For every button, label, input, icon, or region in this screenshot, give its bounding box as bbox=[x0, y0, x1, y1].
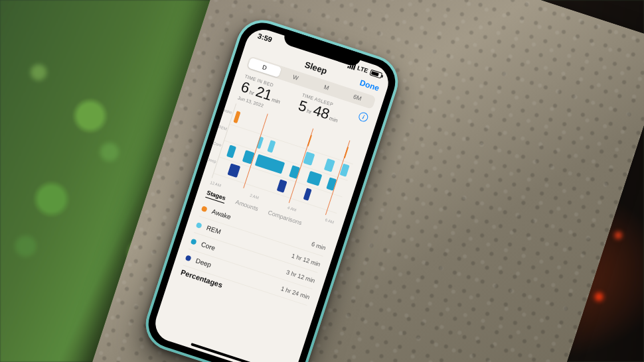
y-label: Deep bbox=[206, 157, 216, 164]
stage-segment bbox=[276, 179, 287, 193]
stage-segment bbox=[324, 158, 335, 172]
info-icon[interactable]: i bbox=[358, 111, 370, 123]
legend-dot-icon bbox=[185, 255, 192, 261]
legend-name: Awake bbox=[211, 208, 232, 221]
legend-duration: 6 min bbox=[311, 241, 327, 251]
legend-name: Core bbox=[201, 241, 216, 252]
stage-segment bbox=[233, 111, 240, 123]
stage-segment bbox=[303, 188, 312, 201]
carrier-label: LTE bbox=[357, 64, 369, 74]
y-label: Awake bbox=[220, 107, 233, 115]
legend-name: REM bbox=[206, 224, 222, 235]
y-label: Core bbox=[212, 141, 222, 148]
stage-segment bbox=[268, 140, 276, 153]
legend-dot-icon bbox=[196, 221, 202, 228]
stage-segment bbox=[306, 171, 322, 186]
page-title: Sleep bbox=[303, 60, 329, 76]
stage-segment bbox=[226, 145, 236, 158]
legend-dot-icon bbox=[201, 206, 208, 212]
stage-segment bbox=[227, 163, 240, 178]
y-label: REM bbox=[218, 125, 228, 131]
legend-dot-icon bbox=[191, 238, 197, 245]
legend-duration: 1 hr 24 min bbox=[280, 285, 311, 300]
home-indicator[interactable] bbox=[191, 343, 254, 362]
legend-name: Deep bbox=[195, 257, 212, 269]
done-button[interactable]: Done bbox=[359, 78, 380, 93]
stage-segment bbox=[254, 154, 285, 174]
battery-icon bbox=[369, 69, 382, 78]
